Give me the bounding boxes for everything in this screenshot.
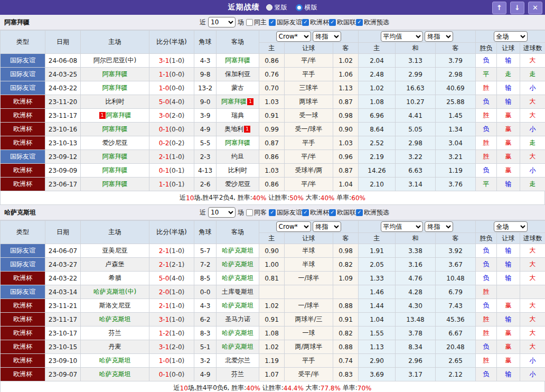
horizontal-layout-option[interactable]: 横版	[296, 3, 317, 12]
radio-selected-icon[interactable]	[296, 4, 303, 11]
result-handicap-value: 输	[505, 315, 512, 323]
sub-avg-home: 主	[359, 43, 396, 54]
handicap-line: 平/半	[285, 150, 333, 164]
match-count-select[interactable]: 10	[208, 207, 236, 218]
league-filter[interactable]: 欧洲预选	[356, 208, 389, 217]
avg-away-odds: 1.45	[436, 109, 476, 123]
checkbox-checked-icon[interactable]	[269, 19, 276, 26]
checkbox-checked-icon[interactable]	[356, 19, 363, 26]
result-handicap-value: 赢	[505, 125, 512, 133]
avg-home-odds: 1.33	[359, 272, 396, 285]
result-goals: 大	[520, 340, 545, 354]
match-count-select[interactable]: 10	[208, 17, 236, 27]
checkbox-checked-icon[interactable]	[356, 209, 363, 216]
league-filter[interactable]: 欧洲杯	[302, 18, 329, 27]
sub-avg-home: 主	[359, 233, 396, 244]
fulltime-group: 全场	[476, 31, 545, 43]
away-team-name: 阿塞拜疆	[225, 139, 250, 146]
avg-away-odds: 40.69	[436, 81, 476, 95]
result-wdl-value: 负	[483, 370, 490, 378]
match-date: 23-11-21	[45, 299, 81, 313]
competition-badge: 欧洲杯	[1, 136, 45, 150]
checkbox-unchecked-icon[interactable]	[246, 209, 253, 216]
result-handicap: 输	[497, 244, 520, 258]
competition-badge: 欧洲杯	[1, 340, 45, 354]
move-up-button[interactable]: ↑	[492, 2, 506, 14]
league-filter[interactable]: 欧洲预选	[356, 18, 389, 27]
average-select[interactable]: 平均值	[381, 31, 423, 42]
avg-home-odds: 2.19	[359, 150, 396, 164]
result-goals: 大	[520, 244, 545, 258]
fulltime-score: 1-0	[159, 85, 170, 92]
away-team-name: 土库曼斯坦	[222, 288, 253, 295]
fulltime-score: 3-0	[159, 112, 170, 119]
bookmaker-select[interactable]: Crow*	[276, 31, 311, 42]
avg-away-odds: 3.21	[436, 150, 476, 164]
competition-badge: 欧洲杯	[1, 354, 45, 368]
fulltime-score: 2-1	[159, 302, 170, 310]
checkbox-checked-icon[interactable]	[329, 209, 336, 216]
handicap-line: 平手	[285, 136, 333, 150]
home-team: 斯洛文尼亚	[81, 299, 149, 313]
odds-time-select[interactable]: 终指	[313, 221, 341, 232]
league-filter[interactable]: 国际友谊	[269, 18, 302, 27]
vertical-layout-option[interactable]: 竖版	[266, 3, 287, 12]
halftime-score: (4-0)	[169, 275, 184, 282]
checkbox-checked-icon[interactable]	[302, 19, 309, 26]
fulltime-score: 5-0	[159, 275, 170, 282]
average-time-select[interactable]: 终指	[425, 221, 453, 232]
sub-result-goals: 进球数	[520, 43, 545, 54]
avg-away-odds: 1.19	[436, 164, 476, 178]
league-filter[interactable]: 欧国联	[329, 18, 356, 27]
home-team-name: 芬兰	[109, 329, 121, 337]
result-wdl-value: 胜	[483, 315, 490, 323]
summary-segment: 50%	[289, 194, 304, 202]
result-wdl-value: 胜	[483, 288, 490, 295]
horizontal-layout-label: 横版	[305, 3, 317, 12]
match-date: 24-06-08	[45, 54, 81, 68]
same-venue-filter[interactable]: 同主	[246, 18, 267, 27]
fulltime-select[interactable]: 全场	[494, 221, 528, 232]
sub-handicap: 让球	[285, 43, 333, 54]
result-handicap: 输	[497, 178, 520, 191]
fulltime-score: 0-1	[159, 126, 170, 133]
competition-badge: 国际友谊	[1, 81, 45, 95]
away-team-name: 哈萨克斯坦	[222, 247, 253, 254]
away-odds: 0.88	[333, 299, 359, 313]
result-handicap: 输	[497, 81, 520, 95]
bookmaker-select[interactable]: Crow*	[276, 221, 311, 232]
checkbox-unchecked-icon[interactable]	[246, 19, 253, 26]
avg-away-odds: 3.04	[436, 136, 476, 150]
radio-unselected-icon[interactable]	[266, 4, 272, 11]
halftime-score: (0-1)	[169, 181, 184, 188]
home-team-name: 哈萨克斯坦	[99, 370, 131, 378]
away-team-name: 北爱尔兰	[225, 357, 250, 364]
away-odds: 0.74	[333, 354, 359, 368]
fulltime-select[interactable]: 全场	[494, 31, 528, 42]
corners: 3-9	[194, 109, 217, 123]
league-filter[interactable]: 欧洲杯	[302, 208, 329, 217]
home-team: 哈萨克斯坦	[81, 368, 149, 381]
same-venue-filter[interactable]: 同客	[246, 208, 267, 217]
close-button[interactable]: ✕	[528, 2, 542, 14]
checkbox-checked-icon[interactable]	[269, 209, 276, 216]
result-handicap: 赢	[497, 109, 520, 123]
result-goals: 小	[520, 368, 545, 381]
move-down-button[interactable]: ↓	[510, 2, 524, 14]
checkbox-checked-icon[interactable]	[302, 209, 309, 216]
checkbox-checked-icon[interactable]	[329, 19, 336, 26]
score-cell: 0-1(0-0)	[149, 368, 194, 381]
odds-time-select[interactable]: 终指	[313, 31, 341, 42]
competition-badge: 欧洲杯	[1, 326, 45, 340]
away-team-name: 圣马力诺	[225, 315, 250, 323]
league-label: 欧洲预选	[364, 18, 389, 27]
halftime-score: (0-0)	[169, 71, 184, 78]
league-filter[interactable]: 国际友谊	[269, 208, 302, 217]
average-time-select[interactable]: 终指	[425, 31, 453, 42]
avg-draw-odds: 2.96	[396, 354, 436, 368]
league-filter-group: 国际友谊欧洲杯欧国联欧洲预选	[269, 18, 389, 27]
halftime-score: (0-0)	[169, 371, 184, 378]
average-select[interactable]: 平均值	[381, 221, 423, 232]
league-filter[interactable]: 欧国联	[329, 208, 356, 217]
handicap-line: 两/两球半	[285, 340, 333, 354]
